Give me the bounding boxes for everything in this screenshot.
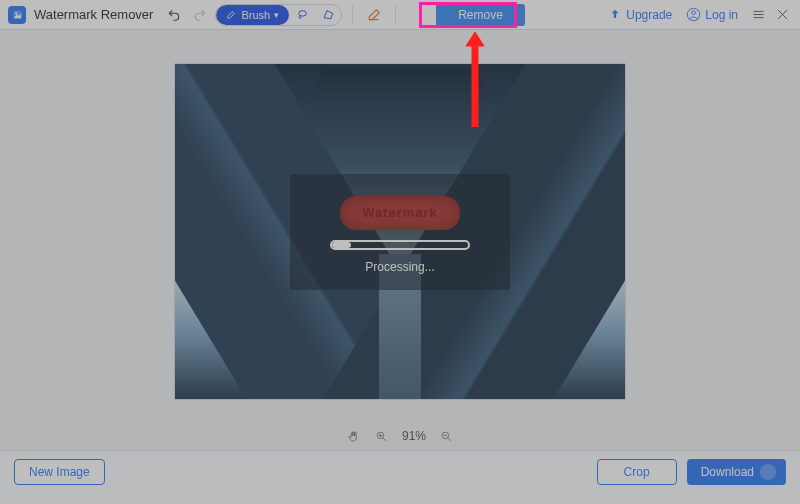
zoom-controls: 91%	[0, 428, 800, 444]
processing-status-text: Processing...	[365, 260, 434, 274]
redo-button	[189, 4, 211, 26]
eraser-tool[interactable]	[363, 4, 385, 26]
app-title: Watermark Remover	[34, 7, 153, 22]
svg-line-11	[384, 438, 387, 441]
app-logo	[8, 6, 26, 24]
toolbar-divider-2	[395, 6, 396, 24]
lasso-tool[interactable]	[289, 5, 315, 25]
close-window-button[interactable]	[772, 7, 792, 22]
svg-point-2	[298, 11, 306, 16]
svg-point-1	[15, 12, 17, 14]
workspace: Watermark Processing...	[0, 30, 800, 450]
new-image-button[interactable]: New Image	[14, 459, 105, 485]
zoom-out-button[interactable]	[438, 428, 454, 444]
selection-tool-group: Brush ▾	[215, 4, 342, 26]
svg-point-4	[692, 11, 696, 15]
zoom-percent: 91%	[402, 429, 426, 443]
download-label: Download	[701, 465, 754, 479]
footer: New Image Crop Download	[0, 450, 800, 504]
zoom-in-button[interactable]	[374, 428, 390, 444]
upgrade-link[interactable]: Upgrade	[608, 8, 672, 22]
pan-hand-icon[interactable]	[346, 428, 362, 444]
remove-button[interactable]: Remove	[436, 4, 525, 26]
upgrade-label: Upgrade	[626, 8, 672, 22]
toolbar-divider	[352, 6, 353, 24]
processing-overlay: Watermark Processing...	[290, 174, 510, 290]
toolbar: Watermark Remover Brush ▾ Remove Upgrade…	[0, 0, 800, 30]
download-button[interactable]: Download	[687, 459, 786, 485]
svg-line-15	[448, 438, 451, 441]
progress-bar	[330, 240, 470, 250]
watermark-blob: Watermark	[340, 196, 460, 230]
crop-button[interactable]: Crop	[597, 459, 677, 485]
menu-button[interactable]	[748, 7, 768, 22]
login-link[interactable]: Log in	[686, 7, 738, 22]
undo-button[interactable]	[163, 4, 185, 26]
brush-label: Brush	[241, 9, 270, 21]
polygon-tool[interactable]	[315, 5, 341, 25]
chevron-down-icon: ▾	[274, 10, 279, 20]
login-label: Log in	[705, 8, 738, 22]
image-canvas[interactable]: Watermark Processing...	[175, 64, 625, 399]
brush-tool[interactable]: Brush ▾	[216, 5, 289, 25]
download-dropdown-icon[interactable]	[760, 464, 776, 480]
